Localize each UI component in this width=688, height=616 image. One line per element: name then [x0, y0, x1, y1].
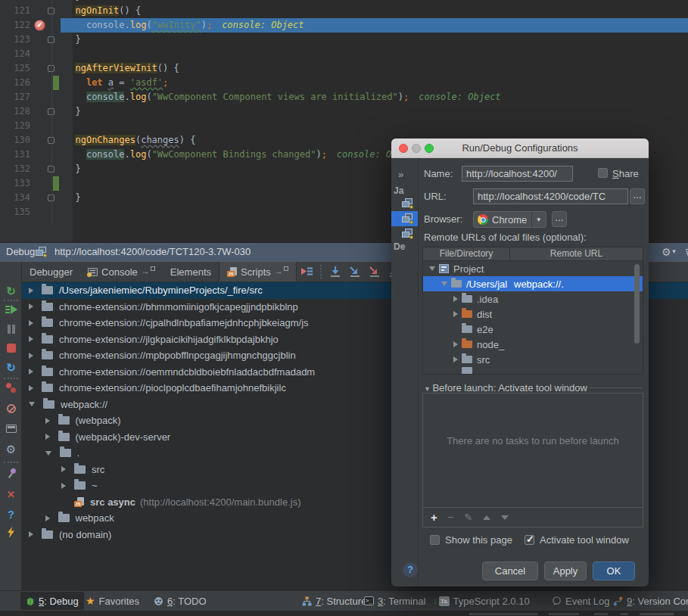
- toolbutton-version-control[interactable]: 9: Version Control: [613, 591, 688, 611]
- cancel-button[interactable]: Cancel: [482, 562, 538, 580]
- pin-icon[interactable]: [0, 468, 22, 481]
- toolbutton-terminal[interactable]: >_ 3: Terminal: [364, 591, 425, 611]
- stop-icon[interactable]: [0, 344, 22, 355]
- code-line[interactable]: }: [75, 162, 80, 176]
- chevron-right-icon[interactable]: [29, 288, 33, 294]
- lightning-icon[interactable]: [0, 527, 22, 540]
- chevron-right-icon[interactable]: [61, 483, 66, 489]
- file-tree-row[interactable]: [423, 367, 643, 375]
- tab-debugger[interactable]: Debugger: [22, 262, 80, 282]
- chevron-right-icon[interactable]: [453, 296, 458, 302]
- gear-icon[interactable]: ⚙▼: [662, 246, 677, 258]
- edit-task-icon[interactable]: ✎: [464, 512, 472, 523]
- toolbutton-favorites[interactable]: ★ Favorites: [86, 591, 139, 611]
- config-item-selected[interactable]: [391, 211, 418, 226]
- chevron-right-icon[interactable]: [29, 320, 33, 326]
- browser-select[interactable]: Chrome ▼: [473, 211, 546, 228]
- browser-more-button[interactable]: …: [552, 211, 567, 227]
- help-button[interactable]: ?: [403, 562, 418, 577]
- url-browse-button[interactable]: …: [630, 188, 645, 204]
- rerun-icon[interactable]: ↻: [0, 285, 22, 298]
- add-task-icon[interactable]: +: [431, 511, 437, 524]
- chevron-right-icon[interactable]: [453, 341, 458, 347]
- step-over-icon[interactable]: [325, 262, 345, 282]
- chevron-right-icon[interactable]: [453, 311, 458, 317]
- toolbutton-todo[interactable]: 6: TODO: [154, 591, 207, 611]
- code-line[interactable]: let a = 'asdf';: [86, 76, 168, 90]
- chevron-down-icon[interactable]: [441, 282, 447, 286]
- dialog-title-bar[interactable]: Run/Debug Configurations: [391, 138, 649, 158]
- toolbutton-typescript[interactable]: ↓ Ts TypeScript 2.0.10: [433, 591, 530, 611]
- chevron-down-icon[interactable]: [45, 451, 51, 456]
- toolbutton-event-log[interactable]: Event Log: [552, 591, 610, 611]
- remove-task-icon[interactable]: −: [448, 512, 454, 523]
- file-tree-row[interactable]: .idea: [423, 291, 643, 306]
- chevron-right-icon[interactable]: [29, 336, 33, 342]
- force-step-into-icon[interactable]: [365, 262, 384, 282]
- name-input[interactable]: http://localhost:4200/: [462, 166, 573, 182]
- show-this-page-checkbox[interactable]: [430, 535, 440, 545]
- config-item[interactable]: [391, 226, 418, 241]
- chevron-right-icon[interactable]: [29, 385, 33, 391]
- chevron-right-icon[interactable]: [61, 466, 66, 472]
- settings-gear-icon[interactable]: ⚙: [0, 443, 22, 455]
- code-line[interactable]: console.log("wwInity");console: Object: [86, 18, 304, 33]
- move-down-icon[interactable]: [501, 515, 509, 520]
- url-input[interactable]: http://localhost:4200/code/TC: [473, 188, 628, 204]
- code-line[interactable]: }: [75, 104, 80, 119]
- code-line[interactable]: }: [75, 33, 80, 47]
- code-line[interactable]: ngAfterViewInit() {: [75, 61, 179, 76]
- toolbutton-structure[interactable]: 7: Structure: [302, 591, 366, 611]
- pause-icon[interactable]: [0, 325, 22, 336]
- restart-icon[interactable]: ↻: [0, 361, 22, 375]
- tab-elements[interactable]: Elements: [163, 262, 219, 282]
- apply-button[interactable]: Apply: [544, 562, 587, 580]
- ok-button[interactable]: OK: [593, 562, 635, 580]
- file-tree-row[interactable]: node_: [423, 337, 643, 352]
- view-breakpoints-icon[interactable]: [0, 383, 22, 396]
- move-up-icon[interactable]: [483, 515, 490, 520]
- help-icon[interactable]: ?: [0, 509, 22, 521]
- mute-breakpoints-icon[interactable]: [0, 404, 22, 415]
- chevron-down-icon[interactable]: [429, 266, 435, 271]
- close-icon[interactable]: ✕: [0, 489, 22, 500]
- file-tree-row[interactable]: Project: [423, 261, 643, 276]
- chevron-right-icon[interactable]: [45, 515, 50, 521]
- toolbutton-debug[interactable]: 5: Debug: [20, 592, 84, 610]
- chevron-right-icon[interactable]: [29, 353, 33, 359]
- file-tree-row[interactable]: /Users/jalwebpack://.: [423, 276, 643, 291]
- code-line[interactable]: console.log("WwComponent Bindings change…: [86, 148, 419, 162]
- chevron-right-icon[interactable]: [45, 434, 50, 440]
- file-tree-row[interactable]: e2e: [423, 322, 643, 337]
- hide-window-icon[interactable]: ⊽: [685, 247, 688, 257]
- table-scrollbar[interactable]: [634, 264, 640, 344]
- code-line[interactable]: ngOnInit() {: [75, 4, 141, 18]
- share-checkbox[interactable]: [598, 168, 608, 178]
- configurations-sidebar[interactable]: » Ja De: [391, 158, 419, 586]
- column-remote-url[interactable]: Remote URL: [510, 248, 643, 259]
- expand-sidebar-icon[interactable]: »: [398, 169, 403, 180]
- activate-tool-window-checkbox[interactable]: [525, 535, 534, 545]
- chevron-right-icon[interactable]: [29, 303, 33, 310]
- chevron-right-icon[interactable]: [29, 531, 33, 537]
- code-line[interactable]: }: [75, 191, 80, 205]
- chevron-right-icon[interactable]: [453, 356, 458, 362]
- chevron-right-icon[interactable]: [45, 418, 50, 424]
- before-launch-header[interactable]: ▼ Before launch: Activate tool window: [424, 382, 587, 394]
- chevron-down-icon[interactable]: [29, 402, 35, 406]
- file-tree-row[interactable]: src: [423, 352, 643, 367]
- restore-layout-icon[interactable]: [0, 424, 22, 435]
- column-file-directory[interactable]: File/Directory: [423, 248, 509, 259]
- config-item[interactable]: [391, 196, 418, 211]
- chevron-right-icon[interactable]: [29, 369, 33, 375]
- file-directory-table[interactable]: File/Directory Remote URL Project/Users/…: [422, 247, 643, 375]
- file-tree-row[interactable]: dist: [423, 306, 643, 322]
- tab-scripts[interactable]: JS Scripts→: [219, 262, 297, 282]
- resume-icon[interactable]: [0, 305, 22, 316]
- step-into-icon[interactable]: [345, 262, 365, 282]
- tab-console[interactable]: Console→: [80, 262, 163, 282]
- code-line[interactable]: ngOnChanges(changes) {: [75, 133, 195, 148]
- show-execution-point-icon[interactable]: [297, 262, 317, 282]
- code-line[interactable]: console.log("WwComponent Component views…: [86, 90, 501, 104]
- table-header[interactable]: File/Directory Remote URL: [423, 247, 643, 261]
